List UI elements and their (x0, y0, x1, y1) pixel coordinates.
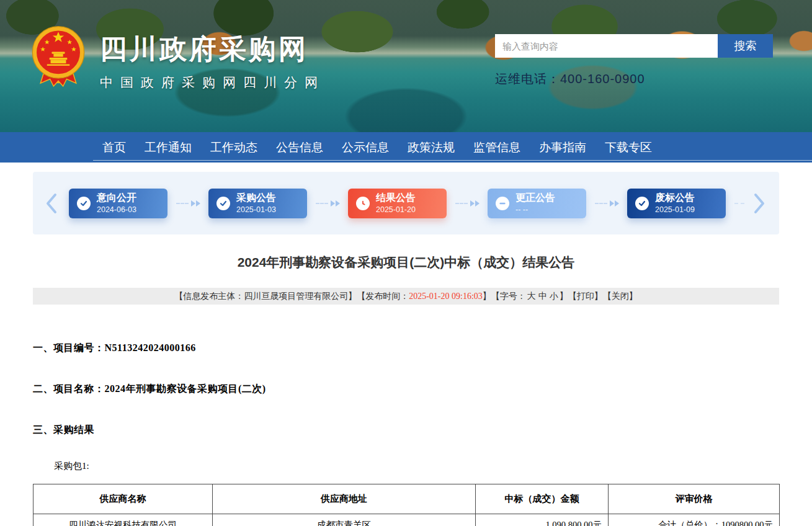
nav-item-guide[interactable]: 办事指南 (530, 132, 596, 163)
section-project-name: 二、项目名称：2024年刑事勘察设备采购项目(二次) (33, 383, 779, 396)
check-circle-icon (77, 197, 91, 210)
col-header-supplier-name: 供应商名称 (33, 484, 213, 514)
col-header-review-price: 评审价格 (609, 484, 780, 514)
step-date: 2025-01-03 (236, 205, 276, 215)
minus-circle-icon (496, 197, 509, 210)
timeline-track: 意向公开 2024-06-03 采购公告 2025-01-03 (69, 189, 744, 218)
step-date: 2025-01-20 (376, 205, 416, 215)
search-button[interactable]: 搜索 (718, 34, 773, 58)
check-circle-icon (216, 197, 230, 210)
font-size-small-button[interactable]: 小 (550, 292, 558, 301)
nav-item-updates[interactable]: 工作动态 (201, 132, 267, 163)
nav-item-downloads[interactable]: 下载专区 (596, 132, 661, 163)
dashed-arrow-icon (447, 200, 488, 207)
step-label: 结果公告 (376, 192, 416, 204)
step-date: 2024-06-03 (97, 205, 136, 215)
step-date: 2025-01-09 (655, 205, 695, 215)
nav-item-notices[interactable]: 工作通知 (135, 132, 201, 163)
clock-icon (356, 197, 370, 210)
step-label: 更正公告 (515, 192, 555, 204)
meta-font-label: 】【字号： (483, 292, 526, 301)
print-button[interactable]: 【打印】 (568, 292, 603, 301)
font-size-medium-button[interactable]: 中 (538, 292, 547, 301)
step-label: 废标公告 (655, 192, 695, 204)
timeline-step-tender[interactable]: 采购公告 2025-01-03 (208, 189, 307, 218)
section-result-heading: 三、采购结果 (33, 424, 779, 437)
col-header-award-amount: 中标（成交）金额 (476, 484, 609, 514)
main-nav: 首页 工作通知 工作动态 公告信息 公示信息 政策法规 监管信息 办事指南 下载… (0, 132, 812, 163)
nav-item-oversight[interactable]: 监管信息 (464, 132, 530, 163)
col-header-supplier-address: 供应商地址 (213, 484, 476, 514)
announcement-title: 2024年刑事勘察设备采购项目(二次)中标（成交）结果公告 (33, 254, 779, 271)
support-phone: 运维电话：400-160-0900 (495, 71, 645, 87)
timeline-step-intent[interactable]: 意向公开 2024-06-03 (69, 189, 167, 218)
meta-publisher-time: 【信息发布主体：四川亘晟项目管理有限公司】【发布时间： (174, 292, 409, 301)
meta-font-close: 】 (560, 292, 568, 301)
search-bar: 搜索 (495, 34, 773, 58)
nav-item-publicity[interactable]: 公示信息 (332, 132, 398, 163)
package-label: 采购包1: (54, 460, 779, 472)
step-date: -- -- (515, 205, 555, 215)
font-size-large-button[interactable]: 大 (527, 292, 536, 301)
close-button[interactable]: 【关闭】 (603, 292, 638, 301)
cell-supplier-name: 四川鸿达安视科技有限公司 (33, 514, 213, 526)
dashed-arrow-icon (307, 200, 348, 207)
timeline-step-result[interactable]: 结果公告 2025-01-20 (348, 189, 447, 218)
cell-review-price: 合计（总价）：1090800.00元 (609, 514, 780, 526)
cell-supplier-address: 成都市青羊区 (213, 514, 476, 526)
announcement-body: 一、项目编号：N5113242024000166 二、项目名称：2024年刑事勘… (33, 342, 779, 472)
procurement-timeline: 意向公开 2024-06-03 采购公告 2025-01-03 (33, 172, 779, 234)
cell-award-amount: 1,090,800.00元 (476, 514, 609, 526)
site-identity: 四川政府采购网 中国政府采购网四川分网 (100, 31, 325, 91)
timeline-step-correction[interactable]: 更正公告 -- -- (488, 189, 586, 218)
step-label: 意向公开 (97, 192, 136, 204)
publish-timestamp: 2025-01-20 09:16:03 (409, 292, 483, 301)
table-row: 四川鸿达安视科技有限公司 成都市青羊区 1,090,800.00元 合计（总价）… (33, 514, 780, 526)
site-subtitle: 中国政府采购网四川分网 (100, 74, 325, 91)
table-header-row: 供应商名称 供应商地址 中标（成交）金额 评审价格 (33, 484, 780, 514)
carousel-next-button[interactable] (752, 192, 767, 215)
carousel-prev-button[interactable] (44, 192, 59, 215)
dashed-line-icon (734, 203, 744, 204)
search-input[interactable] (495, 34, 718, 58)
nav-item-policy[interactable]: 政策法规 (398, 132, 464, 163)
dashed-arrow-icon (167, 200, 208, 207)
dashed-arrow-icon (586, 200, 627, 207)
announcement-meta-bar: 【信息发布主体：四川亘晟项目管理有限公司】【发布时间：2025-01-20 09… (33, 288, 779, 305)
nav-item-announce[interactable]: 公告信息 (267, 132, 332, 163)
bid-result-table: 供应商名称 供应商地址 中标（成交）金额 评审价格 四川鸿达安视科技有限公司 成… (33, 484, 780, 526)
timeline-step-abandoned[interactable]: 废标公告 2025-01-09 (627, 189, 726, 218)
china-national-emblem-icon (30, 25, 87, 91)
section-project-number: 一、项目编号：N5113242024000166 (33, 342, 779, 355)
site-banner: 四川政府采购网 中国政府采购网四川分网 搜索 运维电话：400-160-0900 (0, 0, 812, 132)
nav-item-home[interactable]: 首页 (93, 132, 135, 163)
check-circle-icon (635, 197, 649, 210)
site-title: 四川政府采购网 (100, 31, 325, 68)
step-label: 采购公告 (236, 192, 276, 204)
